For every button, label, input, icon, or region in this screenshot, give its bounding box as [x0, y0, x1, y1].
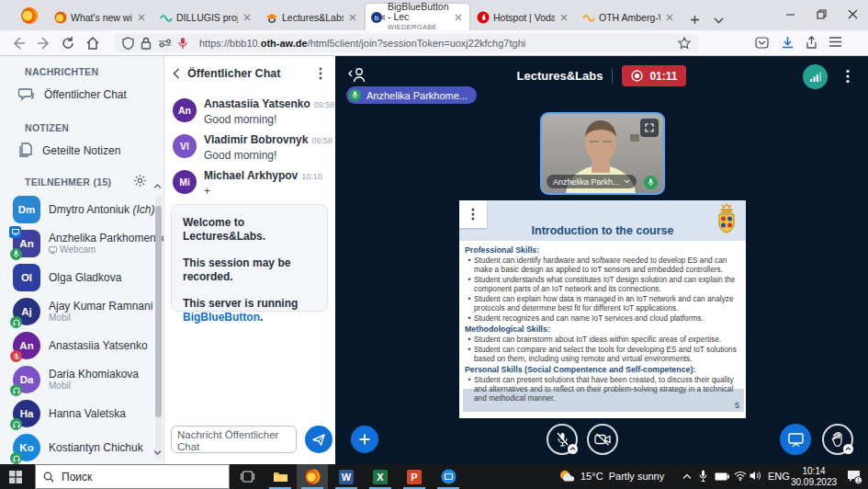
home-icon[interactable]	[85, 36, 100, 51]
participant-row[interactable]: Ko Kostiantyn Chichuk	[13, 434, 149, 461]
close-icon[interactable]	[136, 12, 147, 23]
recording-indicator[interactable]: 01:11	[622, 65, 686, 86]
close-icon[interactable]	[558, 12, 569, 23]
forward-icon[interactable]	[37, 36, 51, 51]
url-text[interactable]: https://bbb10.oth-aw.de/html5client/join…	[199, 38, 678, 49]
participant-row[interactable]: Ol Olga Gladkova	[13, 264, 149, 291]
participant-row[interactable]: Ha Hanna Valetska	[13, 400, 149, 427]
tab-list-chevron-icon[interactable]	[714, 17, 724, 24]
new-tab-button[interactable]	[689, 14, 701, 26]
avatar: Aj	[13, 298, 40, 325]
presentation-options-button[interactable]	[459, 200, 487, 228]
scroll-down-icon[interactable]	[153, 449, 162, 456]
notification-center-icon[interactable]: 1	[847, 470, 862, 484]
webcam-fullscreen-icon[interactable]	[640, 119, 659, 137]
participant-row[interactable]: Aj Ajay Kumar RamnaniMobil	[13, 298, 149, 325]
lock-icon[interactable]	[141, 37, 152, 50]
battery-icon[interactable]	[715, 472, 729, 481]
word-icon[interactable]: W	[331, 464, 362, 489]
powerpoint-icon[interactable]: P	[399, 464, 430, 489]
participant-row[interactable]: An Anastasiia Yatsenko	[13, 332, 149, 359]
connection-status-button[interactable]	[803, 64, 828, 89]
close-icon[interactable]	[453, 12, 464, 23]
participants-scrollbar[interactable]	[155, 195, 162, 460]
back-icon[interactable]	[11, 36, 26, 51]
bbb-icon: b	[371, 11, 384, 24]
presentation-slide[interactable]: Introduction to the course Professional …	[459, 200, 746, 418]
send-message-button[interactable]	[305, 426, 333, 453]
webcam-name-tag[interactable]: Anzhelika Parkh...	[547, 175, 637, 188]
participant-row[interactable]: Dm Dmytro Antoniuk (Ich)	[13, 196, 149, 223]
start-button[interactable]	[0, 464, 31, 489]
close-icon[interactable]	[242, 12, 253, 23]
task-view-button[interactable]	[231, 464, 263, 489]
weather-icon[interactable]	[558, 469, 576, 484]
weather-temp: 15°C	[581, 471, 603, 482]
participant-row[interactable]: Da Daria KhomiakovaMobil	[13, 366, 149, 393]
firefox-taskbar-icon[interactable]	[297, 464, 328, 489]
scroll-up-icon[interactable]	[153, 183, 162, 189]
welcome-line: This session may be recorded.	[183, 256, 316, 284]
mic-options-chevron-icon[interactable]	[568, 444, 578, 454]
bookmark-star-icon[interactable]	[678, 37, 691, 50]
tab-moodle[interactable]: Lectures&Labs | mo	[260, 4, 364, 30]
shield-icon[interactable]	[122, 37, 134, 50]
talking-indicator[interactable]: Anzhelika Parkhome...	[346, 86, 477, 104]
unmute-mic-button[interactable]	[547, 424, 578, 455]
actions-plus-button[interactable]	[351, 426, 378, 453]
pocket-icon[interactable]	[755, 36, 769, 50]
chat-message: Vl Vladimir Bobrovnyk09:58 Good morning!	[173, 133, 329, 162]
menu-hamburger-icon[interactable]	[829, 36, 842, 48]
tab-vodafone[interactable]: Hotspot | Vodafone	[471, 4, 575, 30]
participant-row[interactable]: An Anzhelika ParkhomenkoWebcam	[13, 230, 149, 257]
file-explorer-icon[interactable]	[265, 464, 296, 489]
sidebar-item-label: Geteilte Notizen	[42, 144, 120, 157]
avatar: Da	[13, 366, 40, 393]
message-author: Vladimir Bobrovnyk	[204, 133, 308, 146]
raise-hand-button[interactable]	[822, 424, 853, 455]
firefox-pinned-icon[interactable]	[20, 6, 39, 25]
chat-options-kebab-icon[interactable]	[319, 67, 322, 80]
mail-app-icon[interactable]	[433, 464, 464, 489]
hand-options-chevron-icon[interactable]	[843, 444, 853, 454]
tray-expand-chevron-icon[interactable]	[682, 473, 692, 480]
avatar: Ha	[13, 400, 40, 427]
gear-icon[interactable]	[133, 174, 147, 188]
excel-icon[interactable]: X	[365, 464, 396, 489]
close-icon[interactable]	[664, 12, 675, 23]
sidebar-item-public-chat[interactable]: Öffentlicher Chat	[18, 87, 127, 102]
window-close-button[interactable]	[837, 0, 868, 28]
permissions-icon[interactable]	[158, 38, 172, 49]
tab-whats-new[interactable]: What's new with Fir	[49, 4, 152, 30]
webcam-video[interactable]: Anzhelika Parkh...	[540, 112, 665, 195]
reload-icon[interactable]	[61, 36, 75, 51]
share-icon[interactable]	[805, 36, 818, 50]
chat-back-icon[interactable]	[173, 68, 180, 79]
microphone-in-use-icon[interactable]	[178, 37, 187, 50]
wifi-icon[interactable]	[734, 471, 747, 481]
message-time: 10:10	[301, 172, 322, 181]
chat-bubble-icon	[18, 87, 35, 102]
tab-oth[interactable]: OTH Amberg-Weide	[577, 4, 681, 30]
address-bar[interactable]: https://bbb10.oth-aw.de/html5client/join…	[115, 34, 698, 52]
tab-dillugis[interactable]: DILLUGIS project - D	[154, 4, 258, 30]
options-kebab-icon[interactable]	[846, 69, 850, 84]
search-placeholder: Поиск	[62, 471, 92, 483]
window-minimize-button[interactable]	[774, 0, 806, 28]
window-restore-button[interactable]	[806, 0, 837, 28]
tab-bigbluebutton-active[interactable]: b BigBlueButton - Lec WIEDERGABE	[366, 4, 469, 30]
restore-presentation-button[interactable]	[780, 424, 811, 455]
message-author: Anastasiia Yatsenko	[204, 97, 310, 110]
clock[interactable]: 10:1430.09.2023	[785, 466, 842, 487]
muted-mic-badge	[10, 350, 22, 362]
scrollbar-thumb[interactable]	[155, 206, 162, 417]
bigbluebutton-link[interactable]: BigBlueButton	[183, 311, 260, 324]
close-icon[interactable]	[347, 12, 358, 23]
speaker-icon[interactable]	[750, 471, 761, 481]
download-icon[interactable]	[781, 36, 795, 50]
chat-message-input[interactable]	[171, 426, 297, 453]
taskbar-search-box[interactable]: Поиск	[35, 464, 230, 489]
start-webcam-button[interactable]	[587, 424, 618, 455]
tray-microphone-icon[interactable]	[699, 470, 707, 483]
sidebar-item-shared-notes[interactable]: Geteilte Notizen	[18, 142, 120, 158]
